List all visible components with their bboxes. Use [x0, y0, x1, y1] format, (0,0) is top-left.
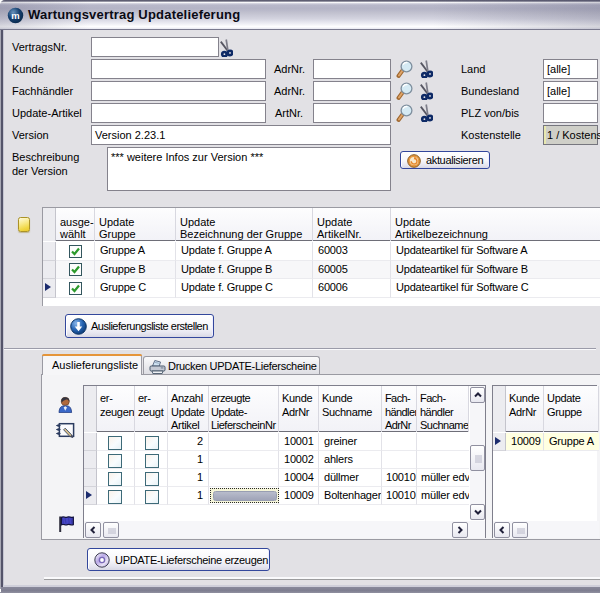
svg-text:m: m — [11, 10, 19, 21]
